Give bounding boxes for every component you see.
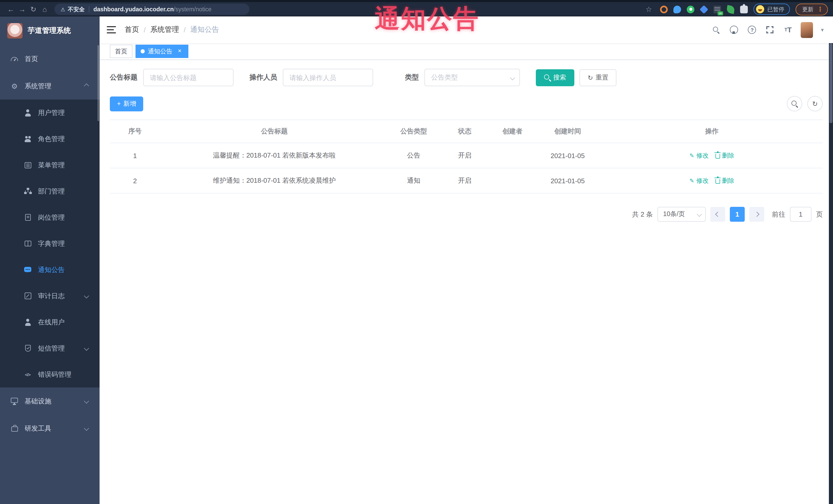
forward-icon[interactable]: → [17,5,28,13]
extension-orange-icon[interactable] [660,5,668,13]
edit-icon: ✎ [690,177,694,184]
extension-blue-drop-icon[interactable] [673,5,681,13]
sidebar-item-post-mgmt[interactable]: 岗位管理 [0,204,100,231]
chevron-down-icon [697,212,702,217]
app-logo[interactable]: 芋道管理系统 [0,17,100,45]
sidebar-item-menu-mgmt[interactable]: 菜单管理 [0,152,100,178]
search-button[interactable]: 搜索 [536,69,574,86]
scrollbar-thumb[interactable] [829,43,832,123]
bookmark-star-icon[interactable]: ☆ [643,5,654,13]
navbar-actions: ? TT ▾ [711,22,824,38]
help-icon[interactable]: ? [747,25,757,35]
page-size-select[interactable]: 10条/页 [658,207,706,222]
sidebar-item-online-users[interactable]: 在线用户 [0,309,100,335]
back-icon[interactable]: ← [5,5,17,13]
users-icon [24,135,31,142]
search-icon [544,74,551,81]
sidebar-item-notice[interactable]: 通知公告 [0,257,100,283]
user-avatar[interactable] [801,22,813,38]
page-size-value: 10条/页 [663,210,685,219]
edit-log-icon [24,292,31,299]
security-label: 不安全 [68,5,85,13]
sidebar-item-dict-mgmt[interactable]: 字典管理 [0,231,100,257]
system-submenu: 用户管理 角色管理 菜单管理 部门管理 [0,100,100,387]
sidebar-item-error-code[interactable]: </> 错误码管理 [0,361,100,387]
toggle-search-button[interactable] [787,96,802,111]
cell-type: 通知 [388,168,439,193]
chevron-down-icon [84,293,89,298]
caret-down-icon[interactable]: ▾ [821,26,824,33]
browser-update-button[interactable]: 更新 ⋮ [795,3,828,15]
refresh-icon: ↻ [812,100,818,107]
delete-button[interactable]: 删除 [715,151,734,160]
list-icon [24,162,31,168]
extensions-puzzle-icon[interactable] [740,5,748,13]
goto-page-input[interactable] [790,207,811,222]
sidebar-item-role-mgmt[interactable]: 角色管理 [0,126,100,152]
font-size-icon[interactable]: TT [783,25,793,35]
sidebar-item-dept-mgmt[interactable]: 部门管理 [0,178,100,204]
reset-button[interactable]: ↻ 重置 [579,69,617,86]
cell-creator [491,148,534,163]
edit-button[interactable]: ✎修改 [690,176,709,185]
extension-blue-diamond-icon[interactable] [699,5,708,14]
security-warning-icon[interactable]: ⚠ [61,6,65,12]
chevron-down-icon [510,75,515,80]
breadcrumb-home[interactable]: 首页 [125,25,139,34]
sidebar-scrollbar-thumb[interactable] [97,45,99,121]
sidebar-toggle-icon[interactable] [107,26,116,33]
close-icon[interactable]: × [176,48,183,55]
page-content: 公告标题 操作人员 类型 公告类型 搜索 [100,60,833,504]
operator-input[interactable] [283,69,373,86]
sidebar-item-audit-log[interactable]: 审计日志 [0,283,100,309]
sidebar-menu: 首页 ⚙ 系统管理 用户管理 角色管理 [0,45,100,442]
search-icon [791,100,798,107]
prev-page-button[interactable] [710,207,725,222]
cell-status: 开启 [439,168,491,193]
cell-no: 1 [110,144,160,167]
home-icon[interactable]: ⌂ [39,5,50,13]
search-icon[interactable] [711,25,721,35]
extension-switch-icon[interactable]: on [713,5,721,13]
address-bar[interactable]: ⚠ 不安全 dashboard.yudao.iocoder.cn/system/… [54,4,249,15]
cell-actions: ✎修改 删除 [601,143,823,168]
reload-icon[interactable]: ↻ [28,5,39,13]
col-header-created: 创建时间 [534,120,601,143]
tags-view-bar: 首页 通知公告 × [100,43,833,60]
next-page-button[interactable] [749,207,764,222]
delete-button[interactable]: 删除 [715,176,734,185]
on-badge: on [718,11,723,15]
notice-type-select[interactable]: 公告类型 [425,69,520,86]
sidebar-item-home[interactable]: 首页 [0,45,100,72]
fullscreen-icon[interactable] [765,25,775,35]
extension-leaf-icon[interactable] [726,5,735,14]
breadcrumb-system[interactable]: 系统管理 [150,25,179,34]
goto-label: 前往 [772,210,785,219]
sidebar-item-sms-mgmt[interactable]: 短信管理 [0,335,100,361]
profile-paused-badge[interactable]: 已暂停 [754,4,790,15]
sidebar-item-infrastructure[interactable]: 基础设施 [0,387,100,415]
edit-button[interactable]: ✎修改 [690,151,709,160]
browser-toolbar: ← → ↻ ⌂ ⚠ 不安全 dashboard.yudao.iocoder.cn… [0,2,833,17]
add-button[interactable]: + 新增 [110,96,143,111]
sidebar-item-label: 首页 [25,54,38,64]
github-icon[interactable] [729,25,739,35]
extension-green-circle-icon[interactable] [687,5,694,13]
tab-home[interactable]: 首页 [110,45,133,58]
cell-type: 公告 [388,143,439,168]
logo-avatar [7,23,23,39]
table-row: 2 维护通知：2018-07-01 若依系统凌晨维护 通知 开启 2021-01… [110,168,823,193]
browser-menu-icon[interactable]: ⋮ [817,6,823,13]
notice-title-input[interactable] [143,69,234,86]
col-header-status: 状态 [439,120,491,143]
current-page-button[interactable]: 1 [730,207,745,222]
sidebar-item-dev-tools[interactable]: 研发工具 [0,415,100,442]
window-scrollbar[interactable] [829,17,833,504]
sidebar-item-system-mgmt[interactable]: ⚙ 系统管理 [0,72,100,100]
main-area: 首页 / 系统管理 / 通知公告 ? TT ▾ 首页 [100,17,833,504]
url-divider [89,6,89,12]
refresh-table-button[interactable]: ↻ [807,96,823,111]
tab-notice[interactable]: 通知公告 × [136,45,188,58]
trash-icon [715,154,720,158]
sidebar-item-user-mgmt[interactable]: 用户管理 [0,100,100,126]
